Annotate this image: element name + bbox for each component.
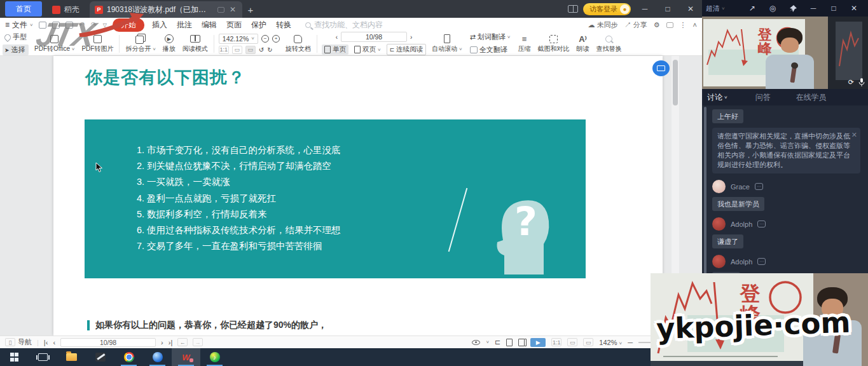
select-tool-button[interactable]: ➤选择 [3, 44, 29, 55]
page-indicator-input[interactable]: 10/98 [341, 32, 407, 42]
compress-button[interactable]: ≡压缩 [517, 33, 532, 54]
toolbar-more-icon[interactable]: ▽ [103, 22, 107, 28]
status-continuous-icon[interactable]: ⊏ [495, 338, 500, 346]
eye-protection-icon[interactable] [472, 340, 480, 345]
chrome-button[interactable] [114, 348, 143, 366]
stream-minimize-button[interactable]: ─ [803, 0, 823, 17]
wps-maximize-button[interactable]: □ [659, 0, 677, 18]
history-forward-icon[interactable]: → [193, 338, 203, 346]
read-aloud-button[interactable]: A⁾朗读 [575, 33, 591, 54]
login-badge[interactable]: 访客登录 ● [583, 3, 631, 15]
status-double-page-icon[interactable] [518, 339, 525, 346]
private-chat-icon[interactable]: ⋯ [755, 183, 763, 190]
hand-tool-button[interactable]: 手型 [3, 32, 29, 43]
tab-document[interactable]: P 190318谐波教材.pdf（已加密） ✕ [90, 1, 242, 18]
share-button[interactable]: ↗ 分享 [624, 20, 647, 30]
tab-home[interactable]: 首页 [5, 1, 42, 17]
rotate-doc-button[interactable]: 旋转文档 [284, 33, 312, 54]
menu-start[interactable]: 开始 [113, 18, 144, 32]
auto-scroll-button[interactable]: 自动滚动 ˅ [431, 33, 463, 54]
navigation-button[interactable]: ▯导航 [5, 337, 32, 347]
private-chat-icon[interactable]: ⋯ [757, 220, 766, 227]
actual-size-icon[interactable]: 1:1 [219, 46, 229, 54]
status-play-button[interactable]: ▶ [530, 338, 546, 347]
menu-convert[interactable]: 转换 [274, 20, 293, 30]
first-page-icon[interactable]: |‹ [44, 339, 48, 346]
status-next-page-icon[interactable]: › [161, 339, 163, 346]
settings-gear-icon[interactable]: ⚙ [654, 21, 660, 29]
menu-page[interactable]: 页面 [224, 20, 244, 30]
status-actual-size-icon[interactable]: 1:1 [551, 338, 561, 346]
next-page-icon[interactable]: › [410, 34, 412, 41]
split-view-icon[interactable] [568, 5, 578, 13]
read-mode-button[interactable]: 阅读模式 [181, 33, 209, 54]
status-prev-page-icon[interactable]: ‹ [53, 339, 55, 346]
pdf-to-image-button[interactable]: PDF转图片 [80, 33, 114, 54]
stream-close-button[interactable]: ✕ [844, 0, 864, 17]
open-icon[interactable] [39, 22, 46, 29]
tab-online-students[interactable]: 在线学员 [791, 92, 832, 103]
tab-discussion[interactable]: 讨论˅ [702, 92, 733, 103]
wps-minimize-button[interactable]: ─ [636, 0, 654, 18]
tab-docer[interactable]: 稻壳 [42, 1, 90, 18]
menu-insert[interactable]: 插入 [150, 20, 169, 30]
comment-icon[interactable] [666, 22, 673, 28]
new-tab-button[interactable]: + [242, 1, 259, 18]
more-menu-icon[interactable]: ⋮ [680, 21, 687, 29]
stream-maximize-button[interactable]: □ [823, 0, 844, 17]
stream-share-icon[interactable]: ↗ [742, 0, 762, 17]
collapse-ribbon-icon[interactable]: ˄ [693, 21, 697, 29]
split-merge-button[interactable]: 拆分合开 ˅ [124, 33, 156, 54]
chat-scrollbar[interactable] [704, 107, 706, 277]
tab-close-icon[interactable]: ✕ [228, 5, 237, 14]
print-icon[interactable] [65, 22, 73, 29]
word-translate-button[interactable]: ⇄划词翻译˅ [468, 32, 513, 43]
history-back-icon[interactable]: ← [177, 338, 188, 346]
search-input[interactable]: 查找功能、文档内容 [305, 20, 383, 30]
redo-icon[interactable]: ↷ [91, 20, 97, 29]
rotate-left-icon[interactable]: ↺ [259, 46, 264, 53]
pdf-to-office-button[interactable]: PDF转Office ˅ [33, 33, 76, 54]
screenshot-compare-button[interactable]: 截图和对比 [537, 33, 571, 54]
status-zoom-value[interactable]: 142% ˅ [599, 339, 622, 346]
music-app-button[interactable]: ♪ [200, 348, 229, 366]
find-replace-button[interactable]: 查找替换 [595, 33, 623, 54]
status-fit-width-icon[interactable]: ▭ [567, 338, 577, 346]
tab-qa[interactable]: 问答 [750, 92, 776, 103]
wps-close-button[interactable]: ✕ [682, 0, 699, 18]
zoom-in-icon[interactable]: + [272, 35, 280, 43]
status-single-page-icon[interactable] [506, 339, 513, 346]
undo-icon[interactable]: ↶ [79, 20, 85, 29]
notice-close-icon[interactable]: ✕ [851, 130, 857, 140]
wps-taskbar-button[interactable]: W [172, 348, 200, 366]
continuous-read-button[interactable]: ⊏连续阅读 [387, 44, 427, 55]
browser-button[interactable] [143, 348, 172, 366]
menu-annotate[interactable]: 批注 [175, 20, 194, 30]
scrollbar-thumb[interactable] [673, 60, 678, 105]
menu-protect[interactable]: 保护 [249, 20, 268, 30]
media-app-button[interactable] [86, 348, 114, 366]
sync-status[interactable]: ☁ 未同步 [588, 20, 618, 30]
camera-switch-icon[interactable]: ⟳ [848, 78, 854, 86]
single-page-button[interactable]: 单页 [322, 44, 348, 55]
status-fit-page-icon[interactable]: ▭ [583, 338, 593, 346]
fit-page-icon[interactable]: ▭ [245, 46, 256, 54]
stream-pin-icon[interactable] [783, 0, 803, 17]
zoom-minus-icon[interactable]: ─ [628, 339, 633, 346]
floating-share-button[interactable] [652, 60, 670, 76]
private-chat-icon[interactable]: ⋯ [757, 258, 766, 265]
status-page-indicator[interactable]: 10/98 [60, 338, 156, 347]
zoom-value-dropdown[interactable]: 142.12%˅ [219, 34, 258, 44]
double-page-button[interactable]: 双页˅ [352, 44, 383, 55]
full-translate-button[interactable]: 全文翻译 [468, 44, 513, 55]
stream-record-icon[interactable]: ◎ [762, 0, 783, 17]
prev-page-icon[interactable]: ‹ [336, 34, 338, 41]
quality-selector[interactable]: 超清˅ [706, 4, 725, 13]
file-menu[interactable]: ≡ 文件 ˅ [5, 20, 33, 30]
start-button[interactable] [0, 348, 29, 366]
play-button[interactable]: ▶播放 [162, 33, 177, 54]
mic-icon[interactable] [858, 78, 865, 86]
file-explorer-button[interactable] [57, 348, 86, 366]
rotate-right-icon[interactable]: ↻ [267, 46, 272, 53]
last-page-icon[interactable]: ›| [169, 339, 173, 346]
